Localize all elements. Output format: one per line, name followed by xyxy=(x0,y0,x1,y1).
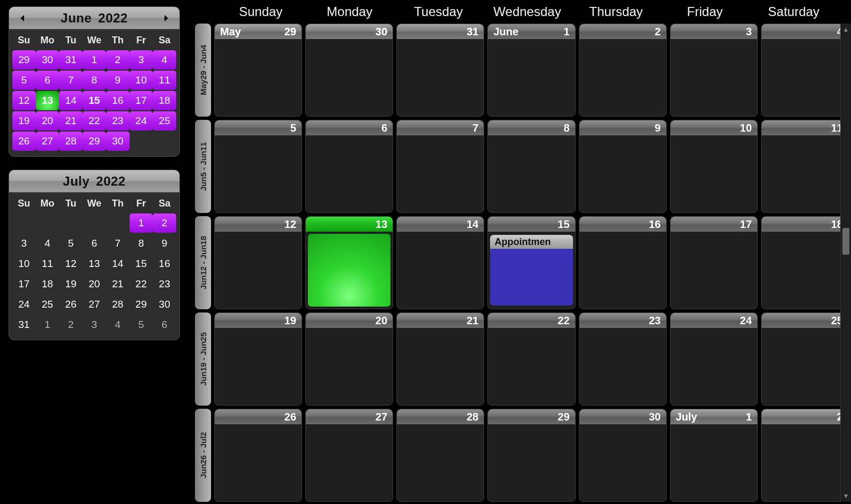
mini-day[interactable]: 11 xyxy=(36,254,59,273)
mini-day[interactable]: 8 xyxy=(130,234,153,253)
mini-day[interactable]: 7 xyxy=(59,71,82,90)
mini-day[interactable]: 30 xyxy=(36,50,59,70)
mini-day[interactable]: 29 xyxy=(130,295,153,314)
mini-day[interactable]: 9 xyxy=(153,234,176,253)
appointment[interactable]: Appointmen xyxy=(490,235,573,306)
mini-day[interactable]: 7 xyxy=(106,234,130,253)
prev-month-button[interactable] xyxy=(11,7,34,29)
week-range-tab[interactable]: Jun26 - Jul2 xyxy=(195,409,211,502)
mini-day[interactable]: 18 xyxy=(153,91,176,110)
mini-day[interactable]: 2 xyxy=(153,213,176,233)
day-cell[interactable]: 29 xyxy=(487,409,575,502)
mini-day[interactable]: 5 xyxy=(130,315,153,334)
mini-day[interactable]: 5 xyxy=(59,234,82,253)
mini-day[interactable]: 6 xyxy=(153,315,176,334)
mini-day[interactable]: 10 xyxy=(12,254,36,273)
mini-day[interactable]: 15 xyxy=(130,254,153,273)
mini-day[interactable]: 6 xyxy=(82,234,106,253)
mini-day[interactable]: 17 xyxy=(12,274,36,294)
mini-day[interactable]: 2 xyxy=(106,50,130,70)
mini-day[interactable]: 28 xyxy=(59,132,82,151)
mini-day[interactable]: 22 xyxy=(130,274,153,294)
mini-day[interactable]: 19 xyxy=(12,111,36,131)
mini-day[interactable]: 23 xyxy=(153,274,176,294)
mini-day[interactable]: 20 xyxy=(82,274,106,294)
day-cell[interactable]: 20 xyxy=(305,312,393,406)
mini-day[interactable]: 4 xyxy=(106,315,130,334)
day-cell[interactable]: 3 xyxy=(670,24,758,117)
day-cell[interactable]: 30 xyxy=(579,409,667,502)
day-cell[interactable]: 30 xyxy=(305,24,393,117)
day-cell[interactable]: 10 xyxy=(670,120,758,213)
mini-day[interactable]: 1 xyxy=(82,50,106,70)
day-cell[interactable]: 18 xyxy=(761,216,849,309)
mini-day[interactable]: 10 xyxy=(130,71,153,90)
day-cell[interactable]: 12 xyxy=(214,216,302,309)
mini-day[interactable]: 24 xyxy=(12,295,36,314)
mini-day[interactable]: 17 xyxy=(130,91,153,110)
mini-day[interactable]: 8 xyxy=(82,71,106,90)
day-cell-today[interactable]: 13 xyxy=(305,216,393,309)
mini-day[interactable]: 29 xyxy=(12,50,36,70)
day-cell[interactable]: 28 xyxy=(396,409,484,502)
day-cell[interactable]: July1 xyxy=(670,409,758,502)
mini-day[interactable]: 19 xyxy=(59,274,82,294)
vertical-scrollbar[interactable]: ▲▼ xyxy=(840,24,851,502)
mini-day[interactable]: 3 xyxy=(12,234,36,253)
day-cell[interactable]: 2 xyxy=(761,409,849,502)
week-range-tab[interactable]: May29 - Jun4 xyxy=(195,24,211,117)
scroll-down-icon[interactable]: ▼ xyxy=(841,490,851,502)
day-cell[interactable]: 27 xyxy=(305,409,393,502)
mini-day[interactable]: 6 xyxy=(36,71,59,90)
scroll-up-icon[interactable]: ▲ xyxy=(841,24,851,35)
mini-day[interactable]: 13 xyxy=(82,254,106,273)
day-cell[interactable]: 2 xyxy=(579,24,667,117)
mini-day[interactable]: 27 xyxy=(36,132,59,151)
day-cell[interactable]: 23 xyxy=(579,312,667,406)
day-cell[interactable]: 15Appointmen xyxy=(487,216,575,309)
mini-day[interactable]: 26 xyxy=(12,132,36,151)
mini-day[interactable]: 2 xyxy=(59,315,82,334)
day-cell[interactable]: 26 xyxy=(214,409,302,502)
day-cell[interactable]: 19 xyxy=(214,312,302,406)
day-cell[interactable]: May29 xyxy=(214,24,302,117)
mini-day[interactable]: 14 xyxy=(106,254,130,273)
mini-day[interactable]: 29 xyxy=(82,132,106,151)
mini-day[interactable]: 28 xyxy=(106,295,130,314)
mini-day[interactable]: 3 xyxy=(130,50,153,70)
mini-day[interactable]: 12 xyxy=(59,254,82,273)
day-cell[interactable]: June1 xyxy=(487,24,575,117)
mini-day[interactable]: 3 xyxy=(82,315,106,334)
scroll-track[interactable] xyxy=(841,35,851,490)
day-cell[interactable]: 16 xyxy=(579,216,667,309)
day-cell[interactable]: 4 xyxy=(761,24,849,117)
mini-day[interactable]: 31 xyxy=(59,50,82,70)
mini-day[interactable]: 4 xyxy=(36,234,59,253)
next-month-button[interactable] xyxy=(155,7,177,29)
mini-day[interactable]: 15 xyxy=(82,91,106,110)
mini-day[interactable]: 1 xyxy=(36,315,59,334)
mini-day[interactable]: 22 xyxy=(82,111,106,131)
mini-day[interactable]: 16 xyxy=(153,254,176,273)
day-cell[interactable]: 24 xyxy=(670,312,758,406)
day-cell[interactable]: 22 xyxy=(487,312,575,406)
day-cell[interactable]: 7 xyxy=(396,120,484,213)
mini-day[interactable]: 31 xyxy=(12,315,36,334)
scroll-thumb[interactable] xyxy=(842,228,849,255)
day-cell[interactable]: 25 xyxy=(761,312,849,406)
mini-day-today[interactable]: 13 xyxy=(36,91,59,110)
day-cell[interactable]: 14 xyxy=(396,216,484,309)
mini-day[interactable]: 11 xyxy=(153,71,176,90)
day-cell[interactable]: 31 xyxy=(396,24,484,117)
day-cell[interactable]: 6 xyxy=(305,120,393,213)
mini-day[interactable]: 23 xyxy=(106,111,130,131)
mini-day[interactable]: 9 xyxy=(106,71,130,90)
mini-day[interactable]: 26 xyxy=(59,295,82,314)
mini-day[interactable]: 21 xyxy=(59,111,82,131)
mini-day[interactable]: 30 xyxy=(106,132,130,151)
day-cell[interactable]: 21 xyxy=(396,312,484,406)
day-cell[interactable]: 9 xyxy=(579,120,667,213)
mini-day[interactable]: 27 xyxy=(82,295,106,314)
mini-day[interactable]: 20 xyxy=(36,111,59,131)
mini-day[interactable]: 21 xyxy=(106,274,130,294)
